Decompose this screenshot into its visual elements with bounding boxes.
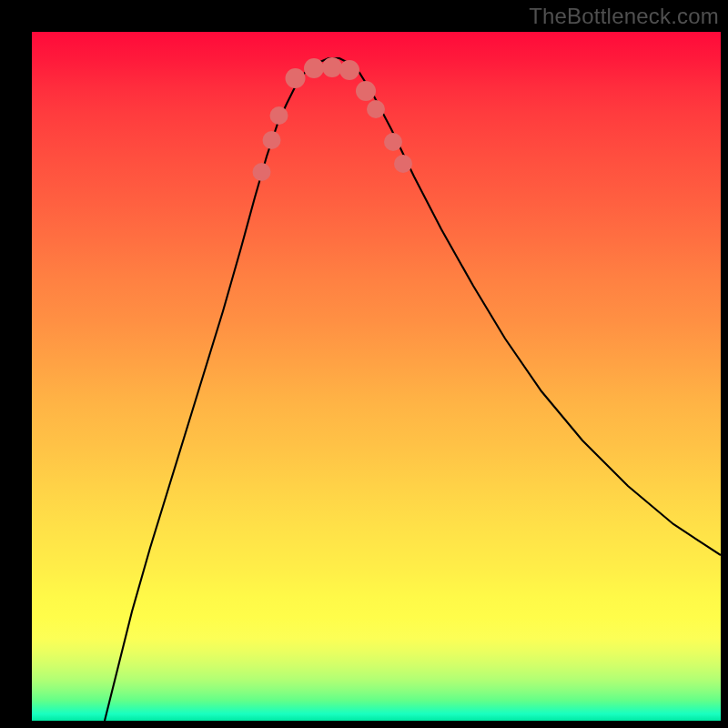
chart-frame: TheBottleneck.com [0,0,728,728]
marker-base-4 [339,60,359,80]
curve-svg [32,32,721,721]
marker-base-1 [286,68,306,88]
watermark-text: TheBottleneck.com [529,4,719,29]
marker-left-mid [263,131,281,149]
gradient-plot-area [32,32,721,721]
curve-markers [253,57,413,181]
marker-right-mid2 [384,133,402,151]
marker-right-high [356,81,376,101]
marker-base-2 [304,58,324,78]
marker-base-3 [322,57,342,77]
marker-left-low [253,163,271,181]
marker-right-mid [367,100,385,118]
bottleneck-curve [105,58,721,721]
marker-right-low [394,155,412,173]
marker-left-high [270,106,288,125]
